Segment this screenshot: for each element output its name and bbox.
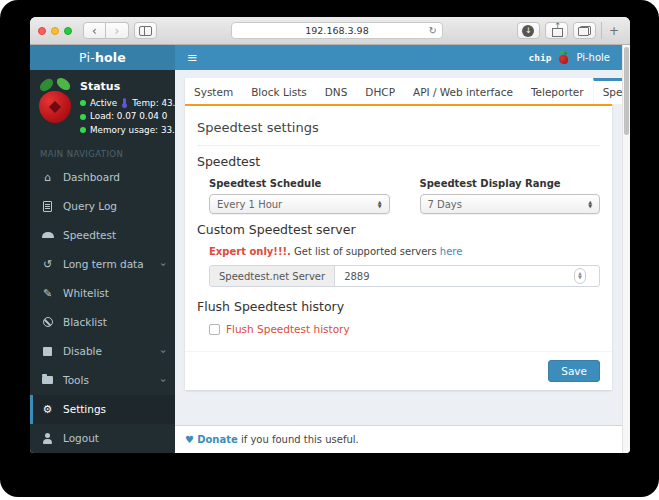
speedtest-section-heading: Speedtest — [197, 154, 600, 169]
download-icon: ↓ — [522, 25, 534, 37]
raspberry-logo — [38, 78, 72, 124]
sidebar-item-disable[interactable]: Disable › — [30, 337, 175, 366]
window-scrollbar[interactable] — [622, 45, 630, 453]
browser-window: ‹ › 192.168.3.98 ↻ ↓ + Pi-hole — [30, 17, 630, 453]
hostname-label: chip — [529, 52, 552, 63]
flush-checkbox[interactable] — [209, 324, 220, 335]
status-ok-icon — [80, 127, 86, 133]
raspberry-icon — [558, 51, 569, 64]
page-title: Speedtest settings — [197, 116, 600, 146]
chevron-down-icon: › — [158, 378, 169, 382]
navbar-right: chip Pi-hole — [529, 51, 622, 64]
thermometer-icon — [123, 98, 126, 106]
sidebar-item-whitelist[interactable]: ✎ Whitelist — [30, 279, 175, 308]
logout-icon — [40, 433, 55, 444]
history-icon: ↺ — [40, 258, 55, 271]
tab-system[interactable]: System — [185, 78, 242, 104]
tabs-overview-icon — [578, 26, 591, 36]
refresh-icon[interactable]: ↻ — [429, 26, 437, 36]
status-panel: Status Active Temp: 43.8 °C Load: 0.07 — [30, 70, 175, 142]
tab-teleporter[interactable]: Teleporter — [522, 78, 593, 104]
schedule-select[interactable]: Every 1 Hour ▲▼ — [209, 194, 390, 214]
settings-box: System Block Lists DNS DHCP API / Web in… — [185, 78, 612, 390]
tab-speedtest[interactable]: Speedtest — [593, 78, 622, 104]
server-port-input[interactable]: 2889 ▲▼ — [335, 266, 599, 286]
sidebar-toggle-icon — [139, 26, 152, 36]
share-button[interactable] — [545, 22, 568, 39]
share-icon — [551, 25, 562, 37]
display-range-select[interactable]: 7 Days ▲▼ — [420, 194, 601, 214]
minimize-window-button[interactable] — [51, 27, 59, 35]
sidebar-item-dashboard[interactable]: ⌂ Dashboard — [30, 163, 175, 192]
zoom-window-button[interactable] — [64, 27, 72, 35]
save-button[interactable]: Save — [548, 360, 600, 382]
tab-dhcp[interactable]: DHCP — [356, 78, 404, 104]
expert-warning: Expert only!!!. — [209, 246, 291, 257]
server-port-value: 2889 — [344, 271, 369, 282]
sidebar-item-label: Tools — [63, 374, 89, 386]
raspberry-berry-icon — [39, 91, 71, 123]
sidebar-item-query-log[interactable]: Query Log — [30, 192, 175, 221]
number-stepper-icon[interactable]: ▲▼ — [574, 268, 586, 284]
status-ok-icon — [80, 114, 86, 120]
select-arrows-icon: ▲▼ — [378, 200, 382, 209]
schedule-selected-value: Every 1 Hour — [217, 199, 282, 210]
pihole-navbar: Pi-hole ≡ chip Pi-hole — [30, 45, 622, 70]
schedule-label: Speedtest Schedule — [209, 178, 390, 189]
nav-section-label: MAIN NAVIGATION — [30, 142, 175, 163]
history-nav-buttons: ‹ › — [83, 22, 129, 39]
sidebar-item-label: Disable — [63, 345, 102, 357]
range-selected-value: 7 Days — [428, 199, 463, 210]
close-window-button[interactable] — [38, 27, 46, 35]
downloads-button[interactable]: ↓ — [517, 22, 540, 39]
box-footer: Save — [185, 351, 612, 390]
show-tabs-button[interactable] — [573, 22, 596, 39]
forward-button[interactable]: › — [106, 22, 129, 39]
sidebar-item-label: Blacklist — [63, 316, 107, 328]
display-range-label: Speedtest Display Range — [420, 178, 601, 189]
screenshot-frame: ‹ › 192.168.3.98 ↻ ↓ + Pi-hole — [0, 0, 659, 497]
footer-donate-link[interactable]: Donate — [197, 434, 238, 445]
sidebar-toggle-button[interactable] — [134, 22, 157, 39]
edit-icon: ✎ — [40, 287, 55, 300]
address-bar[interactable]: 192.168.3.98 ↻ — [231, 22, 443, 39]
flush-checkbox-row: Flush Speedtest history — [197, 323, 600, 335]
pihole-logo[interactable]: Pi-hole — [30, 45, 175, 70]
server-addon-label: Speedtest.net Server — [210, 266, 335, 286]
sidebar-item-tools[interactable]: Tools › — [30, 366, 175, 395]
hamburger-menu-icon[interactable]: ≡ — [175, 51, 210, 64]
sidebar-item-label: Speedtest — [63, 229, 116, 241]
traffic-lights — [38, 27, 72, 35]
tab-api-web-interface[interactable]: API / Web interface — [404, 78, 522, 104]
tab-dns[interactable]: DNS — [316, 78, 357, 104]
scrollbar-thumb[interactable] — [624, 47, 629, 135]
raspberry-leaf-icon — [55, 76, 73, 92]
custom-server-heading: Custom Speedtest server — [197, 222, 600, 237]
sidebar-item-logout[interactable]: Logout — [30, 424, 175, 453]
server-list-link[interactable]: here — [440, 246, 463, 257]
stop-icon — [40, 347, 55, 356]
page-footer: ♥ Donate if you found this useful. — [175, 425, 622, 453]
sidebar-item-long-term-data[interactable]: ↺ Long term data › — [30, 250, 175, 279]
sidebar-item-speedtest[interactable]: Speedtest — [30, 221, 175, 250]
footer-text: if you found this useful. — [238, 434, 359, 445]
logo-text-bold: hole — [95, 50, 126, 65]
url-text: 192.168.3.98 — [305, 25, 368, 36]
server-port-input-group: Speedtest.net Server 2889 ▲▼ — [209, 265, 600, 287]
status-ok-icon — [80, 100, 86, 106]
sidebar-item-label: Whitelist — [63, 287, 109, 299]
status-load-label: Load: 0.07 0.04 0 — [90, 111, 167, 122]
flush-heading: Flush Speedtest history — [197, 299, 600, 314]
sidebar-item-blacklist[interactable]: Blacklist — [30, 308, 175, 337]
sidebar-item-label: Dashboard — [63, 171, 120, 183]
gear-icon: ⚙ — [40, 403, 55, 416]
new-tab-button[interactable]: + — [601, 22, 622, 39]
sidebar-item-label: Settings — [63, 403, 106, 415]
file-icon — [40, 201, 55, 212]
sidebar-item-label: Long term data — [63, 258, 144, 270]
tab-block-lists[interactable]: Block Lists — [242, 78, 316, 104]
sidebar-item-settings[interactable]: ⚙ Settings — [30, 395, 175, 424]
home-icon: ⌂ — [40, 171, 55, 184]
back-button[interactable]: ‹ — [83, 22, 106, 39]
status-active-label: Active — [90, 98, 117, 109]
